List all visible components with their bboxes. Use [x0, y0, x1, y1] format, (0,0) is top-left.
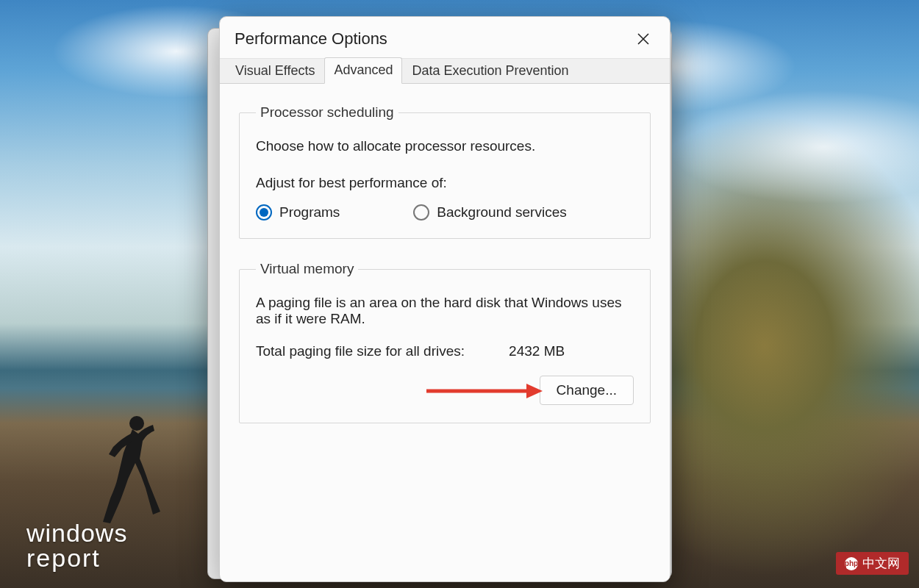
- badge-text: 中文网: [862, 555, 900, 572]
- source-badge: php 中文网: [836, 552, 909, 575]
- svg-point-0: [129, 416, 144, 431]
- dialog-title: Performance Options: [235, 29, 387, 49]
- adjust-label: Adjust for best performance of:: [256, 175, 634, 191]
- annotation-arrow-icon: [425, 381, 543, 401]
- radio-background-services[interactable]: Background services: [413, 204, 566, 220]
- processor-scheduling-group: Processor scheduling Choose how to alloc…: [239, 104, 651, 239]
- virtual-memory-desc: A paging file is an area on the hard dis…: [256, 295, 634, 327]
- processor-scheduling-legend: Processor scheduling: [256, 104, 398, 121]
- processor-scheduling-desc: Choose how to allocate processor resourc…: [256, 138, 634, 154]
- watermark-logo: windows report: [26, 520, 127, 570]
- virtual-memory-legend: Virtual memory: [256, 261, 358, 277]
- radio-circle-icon: [256, 204, 272, 220]
- tab-body-advanced: Processor scheduling Choose how to alloc…: [220, 83, 670, 581]
- radio-programs-label: Programs: [279, 204, 340, 220]
- scheduling-radio-group: Programs Background services: [256, 204, 634, 220]
- watermark-line2: report: [26, 545, 127, 570]
- virtual-memory-group: Virtual memory A paging file is an area …: [239, 261, 651, 423]
- radio-background-label: Background services: [437, 204, 566, 220]
- titlebar: Performance Options: [220, 17, 670, 58]
- change-button-row: Change...: [256, 376, 634, 405]
- tab-visual-effects[interactable]: Visual Effects: [226, 58, 324, 84]
- desktop-background: windows report php 中文网 Performance Optio…: [0, 0, 919, 588]
- watermark-line1: windows: [26, 520, 127, 545]
- tab-advanced[interactable]: Advanced: [324, 57, 402, 84]
- paging-size-value: 2432 MB: [509, 343, 565, 359]
- tab-strip: Visual Effects Advanced Data Execution P…: [220, 58, 670, 83]
- paging-size-label: Total paging file size for all drives:: [256, 343, 465, 359]
- tab-dep[interactable]: Data Execution Prevention: [402, 58, 578, 84]
- close-icon: [637, 33, 649, 45]
- runner-silhouette: [96, 412, 162, 529]
- badge-prefix: php: [845, 557, 858, 570]
- radio-programs[interactable]: Programs: [256, 204, 340, 220]
- paging-size-row: Total paging file size for all drives: 2…: [256, 343, 634, 359]
- close-button[interactable]: [630, 27, 657, 51]
- radio-circle-icon: [413, 204, 429, 220]
- performance-options-dialog: Performance Options Visual Effects Advan…: [219, 16, 671, 582]
- change-button[interactable]: Change...: [540, 376, 634, 405]
